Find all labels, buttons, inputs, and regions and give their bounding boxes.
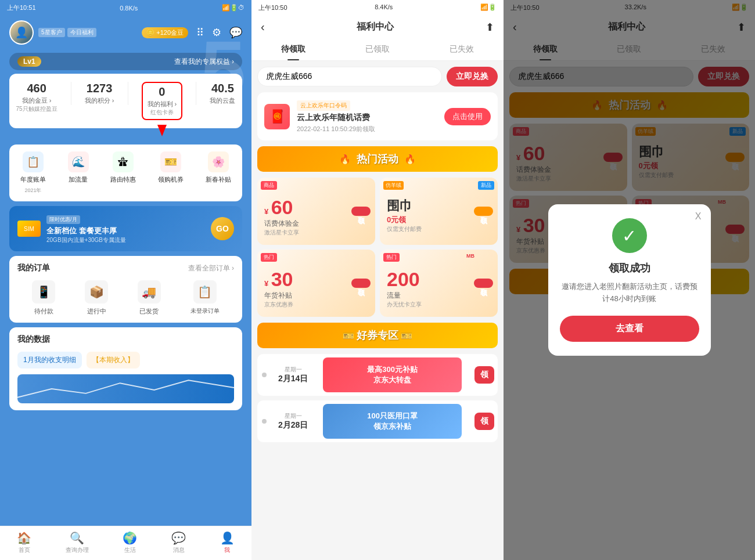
qa-coupon-icon: 🎫 [160, 151, 181, 172]
ac3-label: 年货补贴 [264, 291, 368, 301]
event-banner-text-2: 100只医用口罩领京东补贴 [367, 411, 418, 432]
ac2-label: 0元领 [387, 215, 491, 225]
stat-points[interactable]: 1273 我的积分 › [85, 82, 114, 120]
nav-me-label: 我 [224, 546, 230, 554]
settings-icon[interactable]: ⚙ [212, 26, 221, 39]
modal-action-button[interactable]: 去查看 [560, 316, 699, 342]
use-button[interactable]: 点击使用 [444, 108, 491, 125]
p2-statusbar: 上午10:50 8.4K/s 📶🔋 [251, 0, 504, 16]
activity-card-3[interactable]: 热门 ¥ 30 年货补贴 京东优惠券 领取 [257, 250, 375, 317]
nav-home[interactable]: 🏠 首页 [17, 531, 31, 554]
wc-date: 2022-02-11 10:50:29前领取 [297, 125, 437, 133]
level-bar[interactable]: Lv1 查看我的专属权益 › [9, 53, 242, 70]
p1-time: 上午10:51 [7, 3, 36, 12]
activity-card-2[interactable]: 新品 仿羊绒 围巾 0元领 仅需支付邮费 领取 [380, 178, 498, 245]
chat-icon[interactable]: 💬 [229, 26, 242, 39]
qa-yearbook-sub: 2021年 [24, 187, 41, 194]
ac2-sublabel: 仅需支付邮费 [387, 225, 491, 233]
modal-close-button[interactable]: X [695, 211, 702, 222]
level-benefit[interactable]: 查看我的专属权益 › [174, 57, 234, 67]
qa-coupon-label: 领购机券 [158, 175, 184, 184]
stat-cloud[interactable]: 40.5 我的云盘 [210, 82, 235, 120]
qa-yearbook-label: 年度账单 [20, 175, 46, 184]
event-day-1: 星期一 [278, 366, 308, 374]
order-inprogress-icon: 📦 [85, 280, 108, 304]
nav-me[interactable]: 👤 我 [220, 531, 235, 554]
qa-yearbook-icon: 📋 [23, 151, 44, 172]
orders-more[interactable]: 查看全部订单 › [188, 263, 234, 273]
modal-overlay[interactable]: X ✓ 领取成功 邀请您进入老照片翻新活动主页，话费预计48小时内到账 去查看 [504, 0, 755, 560]
nav-life[interactable]: 🌍 生活 [123, 531, 137, 554]
ac2-collect-btn[interactable]: 领取 [474, 207, 493, 216]
go-button[interactable]: GO [211, 217, 234, 240]
panel1: 上午10:51 0.8K/s 📶🔋⏱ 👤 5星客户 今日福利 🪙 +120金豆 … [0, 0, 251, 560]
event-item-1[interactable]: 星期一 2月14日 最高300元补贴京东大转盘 领 [257, 354, 498, 396]
wc-info: 云上欢乐年口令码 云上欢乐年随机话费 2022-02-11 10:50:29前领… [297, 99, 437, 133]
qa-router-icon: 🛣 [113, 151, 134, 172]
qa-yearbook[interactable]: 📋 年度账单 2021年 [20, 151, 46, 194]
ac3-sublabel: 京东优惠券 [264, 301, 368, 309]
coupon-input-field[interactable] [257, 67, 442, 86]
exchange-button[interactable]: 立即兑换 [447, 67, 498, 86]
order-shipped-label: 已发货 [139, 307, 159, 316]
tab-pending[interactable]: 待领取 [251, 38, 336, 60]
plan-banner[interactable]: SIM 限时优惠/月 全新档位 套餐更丰厚 20GB国内流量+30GB专属流量 … [9, 206, 242, 251]
p2-tabs: 待领取 已领取 已失效 [251, 38, 504, 61]
event-date-1: 星期一 2月14日 [272, 360, 314, 390]
my-data-section: 我的数据 1月我的收支明细 【本期收入】 [9, 327, 242, 410]
order-unlogged[interactable]: 📋 未登录订单 [190, 280, 220, 316]
sim-icon: SIM [17, 221, 41, 237]
ac1-amount: 60 [271, 196, 293, 218]
qa-spring[interactable]: 🌸 新春补贴 [206, 151, 231, 194]
ac3-badge: 热门 [261, 253, 277, 262]
ac2-badge-new: 新品 [478, 181, 494, 190]
order-pending[interactable]: 📱 待付款 [32, 280, 55, 316]
avatar[interactable]: 👤 [9, 20, 34, 45]
orders-section: 我的订单 查看全部订单 › 📱 待付款 📦 进行中 🚚 已发货 📋 未登录订单 [9, 256, 242, 323]
tab-received[interactable]: 已领取 [336, 38, 420, 60]
welfare-sub: 红包卡券 [148, 109, 177, 117]
p2-speed: 8.4K/s [375, 3, 393, 12]
user-tag-star: 5星客户 [38, 28, 65, 37]
welfare-label: 我的福利 › [148, 100, 177, 109]
p2-back-button[interactable]: ‹ [261, 20, 265, 34]
p1-speed: 0.8K/s [120, 5, 138, 12]
event-item-2[interactable]: 星期一 2月28日 100只医用口罩领京东补贴 领 [257, 400, 498, 442]
ac1-collect-btn[interactable]: 领取 [351, 207, 371, 216]
event-collect-1[interactable]: 领 [474, 366, 494, 384]
nav-message[interactable]: 💬 消息 [171, 531, 186, 554]
qa-coupon[interactable]: 🎫 领购机券 [158, 151, 184, 194]
p2-share-button[interactable]: ⬆ [486, 21, 494, 34]
order-inprogress[interactable]: 📦 进行中 [85, 280, 108, 316]
divider1 [71, 82, 71, 105]
stat-gold[interactable]: 460 我的金豆 › 75只触媒控盈豆 [16, 82, 57, 120]
apps-icon[interactable]: ⠿ [196, 26, 204, 39]
coupon-zone-title: 好券专区 [357, 330, 398, 341]
message-icon: 💬 [171, 531, 186, 545]
order-pending-icon: 📱 [32, 280, 55, 304]
order-shipped[interactable]: 🚚 已发货 [138, 280, 161, 316]
modal-title: 领取成功 [560, 261, 699, 275]
activity-card-4[interactable]: 热门 MB 200 流量 办无忧卡立享 领取 [380, 250, 498, 317]
panel2: 上午10:50 8.4K/s 📶🔋 ‹ 福利中心 ⬆ 待领取 已领取 已失效 立… [251, 0, 504, 560]
gold-badge[interactable]: 🪙 +120金豆 [142, 27, 188, 38]
ac4-collect-btn[interactable]: 领取 [474, 279, 493, 288]
welfare-value: 0 [148, 85, 177, 99]
cloud-value: 40.5 [210, 82, 235, 95]
qa-router[interactable]: 🛣 路由特惠 [110, 151, 136, 194]
stat-welfare[interactable]: 0 我的福利 › 红包卡券 [142, 82, 183, 120]
event-dot-1 [262, 373, 267, 377]
level-tag: Lv1 [17, 56, 41, 67]
event-banner-1: 最高300元补贴京东大转盘 [323, 357, 462, 392]
data-item-2[interactable]: 【本期收入】 [87, 352, 140, 368]
tab-expired[interactable]: 已失效 [419, 38, 504, 60]
nav-query[interactable]: 🔍 查询办理 [66, 531, 89, 554]
qa-flow[interactable]: 🌊 加流量 [68, 151, 89, 194]
welfare-card: 🧧 云上欢乐年口令码 云上欢乐年随机话费 2022-02-11 10:50:29… [257, 92, 498, 140]
event-collect-2[interactable]: 领 [474, 413, 494, 430]
data-item-1[interactable]: 1月我的收支明细 [17, 352, 82, 368]
activity-card-1[interactable]: 商品 ¥ 60 话费体验金 激活星卡立享 领取 [257, 178, 375, 245]
ac3-collect-btn[interactable]: 领取 [351, 279, 371, 288]
event-datenum-2: 2月28日 [278, 420, 308, 431]
divider3 [196, 82, 196, 105]
